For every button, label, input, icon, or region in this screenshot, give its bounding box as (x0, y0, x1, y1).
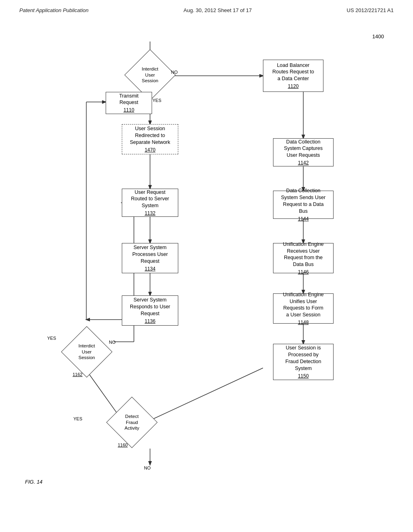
box-data-collection-captures: Data CollectionSystem CapturesUser Reque… (273, 138, 334, 166)
label-yes-detect-fraud: YES (73, 416, 82, 421)
header-left: Patent Application Publication (19, 7, 89, 13)
box-load-balancer-ref: 1120 (288, 83, 299, 89)
diamond-interdict-top: InterdictUserSession (132, 57, 168, 93)
diagram-area: 1400 (25, 29, 388, 493)
box-user-request-routed-label: User RequestRouted to ServerSystem (131, 189, 169, 210)
diagram-ref-1400: 1400 (372, 33, 384, 39)
box-server-responds: Server SystemResponds to UserRequest 113… (122, 295, 178, 326)
box-unification-receives-ref: 1146 (298, 269, 309, 275)
box-data-collection-sends-ref: 1144 (298, 216, 309, 222)
box-transmit: Transmit Request 1110 (106, 92, 152, 114)
box-unification-unifies-label: Unification EngineUnifies UserRequests t… (283, 291, 324, 319)
box-server-responds-ref: 1136 (145, 318, 156, 324)
box-fraud-detection-ref: 1150 (298, 373, 309, 379)
box-data-collection-captures-ref: 1142 (298, 160, 309, 166)
box-server-processes: Server SystemProcesses UserRequest 1134 (122, 243, 178, 273)
box-load-balancer-label: Load BalancerRoutes Request toa Data Cen… (272, 62, 314, 83)
diamond-interdict-left-ref: 1162 (73, 372, 82, 377)
box-unification-receives-label: Unification EngineReceives UserRequest f… (283, 241, 324, 268)
box-fraud-detection: User Session isProcessed byFraud Detecti… (273, 344, 334, 380)
box-user-session-redirected-label: User SessionRedirected toSeparate Networ… (130, 125, 170, 146)
box-user-session-redirected-ref: 1470 (145, 147, 156, 153)
box-server-processes-label: Server SystemProcesses UserRequest (132, 244, 168, 265)
box-server-processes-ref: 1134 (145, 266, 156, 272)
fig-label: FIG. 14 (25, 479, 42, 485)
box-user-request-routed-ref: 1132 (145, 210, 156, 216)
header-right: US 2012/221721 A1 (347, 7, 394, 13)
box-user-request-routed: User RequestRouted to ServerSystem 1132 (122, 189, 178, 217)
label-yes-interdict-left: YES (47, 336, 56, 341)
label-yes-interdict-top: YES (152, 98, 161, 103)
box-data-collection-captures-label: Data CollectionSystem CapturesUser Reque… (284, 139, 323, 159)
box-transmit-label: Transmit Request (109, 93, 148, 106)
box-data-collection-sends-label: Data CollectionSystem Sends UserRequest … (281, 187, 325, 215)
box-data-collection-sends: Data CollectionSystem Sends UserRequest … (273, 191, 334, 219)
box-unification-receives: Unification EngineReceives UserRequest f… (273, 243, 334, 273)
label-no-detect-fraud: NO (144, 466, 151, 470)
diamond-detect-fraud: DetectFraudActivity (114, 404, 150, 441)
box-server-responds-label: Server SystemResponds to UserRequest (130, 297, 170, 317)
box-unification-unifies-ref: 1148 (298, 319, 309, 326)
box-fraud-detection-label: User Session isProcessed byFraud Detecti… (286, 345, 321, 372)
box-user-session-redirected: User SessionRedirected toSeparate Networ… (122, 124, 178, 154)
box-unification-unifies: Unification EngineUnifies UserRequests t… (273, 293, 334, 324)
diamond-interdict-left: InterdictUserSession (69, 334, 105, 370)
svg-line-8 (150, 368, 263, 420)
label-no-interdict-top: NO (171, 70, 178, 75)
diamond-detect-fraud-ref: 1160 (118, 443, 127, 447)
label-no-interdict-left: NO (109, 340, 116, 345)
page-header: Patent Application Publication Aug. 30, … (0, 0, 413, 17)
box-load-balancer: Load BalancerRoutes Request toa Data Cen… (263, 60, 323, 92)
header-center: Aug. 30, 2012 Sheet 17 of 17 (184, 7, 252, 13)
diagram-arrows (25, 29, 388, 493)
box-transmit-ref: 1110 (123, 107, 134, 113)
